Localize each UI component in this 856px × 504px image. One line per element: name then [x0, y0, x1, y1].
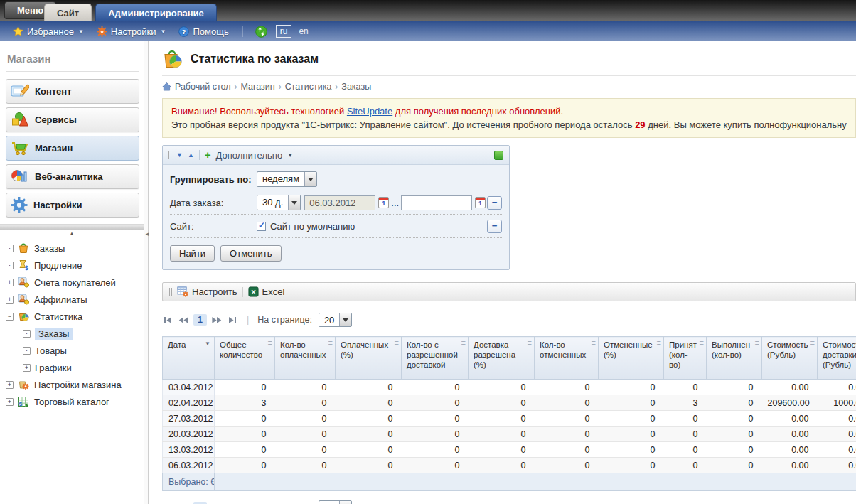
tab-administration[interactable]: Администрирование — [95, 4, 217, 21]
pager-prev-button[interactable] — [177, 316, 190, 324]
site-default-checkbox[interactable] — [257, 222, 266, 231]
value-cell: 0 — [707, 411, 762, 427]
per-page-select[interactable]: 20 — [319, 313, 352, 327]
column-header-9[interactable]: Принят (кол-во)≡ — [664, 337, 707, 380]
filter-collapse-button[interactable]: ▼ — [176, 152, 183, 159]
sidebar-section-analytics[interactable]: Веб-аналитика — [6, 164, 139, 189]
leaf-dot-icon[interactable]: · — [6, 262, 14, 269]
column-menu-icon[interactable]: ≡ — [528, 339, 532, 347]
favorites-menu[interactable]: Избранное ▼ — [9, 26, 88, 37]
collapse-arrow-icon[interactable]: ◄ — [144, 232, 150, 237]
column-header-12[interactable]: Стоимость доставки (Рубль)≡ — [818, 337, 856, 380]
breadcrumb-item[interactable]: Магазин — [240, 82, 274, 92]
sidebar-tree-item[interactable]: +Настройки магазина — [6, 376, 139, 393]
pager-first-button[interactable] — [162, 316, 173, 324]
leaf-dot-icon[interactable]: · — [6, 245, 14, 252]
per-page-select[interactable]: 20 — [319, 500, 352, 504]
expand-plus-icon[interactable]: + — [6, 398, 14, 406]
home-icon — [162, 82, 171, 91]
update-button[interactable] — [251, 26, 272, 38]
expand-plus-icon[interactable]: + — [23, 364, 31, 372]
filter-more-button[interactable]: Дополнительно — [216, 150, 283, 161]
sidebar-tree-item[interactable]: +$Торговый каталог — [6, 393, 139, 410]
find-button[interactable]: Найти — [170, 245, 215, 262]
column-header-8[interactable]: Отмененные (%)≡ — [599, 337, 664, 380]
breadcrumb-item[interactable]: Статистика — [285, 82, 332, 92]
sidebar-resizer[interactable]: ◄ — [144, 41, 149, 504]
tab-site[interactable]: Сайт — [44, 4, 92, 21]
sidebar-tree-item[interactable]: ·Заказы — [6, 240, 139, 257]
cancel-button[interactable]: Отменить — [220, 245, 281, 262]
sidebar-tree-item[interactable]: +Аффилиаты — [6, 291, 139, 308]
expand-plus-icon[interactable]: + — [6, 381, 14, 389]
sidebar-tree-item[interactable]: ·Товары — [6, 342, 139, 359]
column-menu-icon[interactable]: ≡ — [810, 339, 815, 347]
table-row[interactable]: 27.03.20120000000000.000.00 — [163, 411, 856, 427]
shop-icon — [11, 140, 29, 156]
column-menu-icon[interactable]: ≡ — [700, 339, 704, 347]
column-menu-icon[interactable]: ≡ — [657, 339, 661, 347]
column-menu-icon[interactable]: ≡ — [461, 339, 466, 347]
sidebar-collapse-bar[interactable]: ▲ — [0, 224, 144, 230]
column-header-4[interactable]: Оплаченных (%)≡ — [336, 337, 402, 380]
settings-menu[interactable]: Настройки ▼ — [92, 26, 171, 37]
sidebar-tree-item[interactable]: ·Заказы — [6, 325, 139, 342]
column-menu-icon[interactable]: ≡ — [328, 339, 333, 347]
column-header-1[interactable]: Дата▼ — [163, 337, 215, 380]
filter-expand-button[interactable]: ▲ — [188, 152, 194, 159]
column-header-10[interactable]: Выполнен (кол-во)≡ — [707, 337, 762, 380]
column-header-11[interactable]: Стоимость (Рубль)≡ — [762, 337, 818, 380]
sidebar-tree-item[interactable]: ·$Продление — [6, 257, 139, 274]
excel-export-button[interactable]: X Excel — [248, 286, 285, 297]
sidebar-tree-item[interactable]: −Статистика — [6, 308, 139, 325]
date-cell: 13.03.2012 — [163, 442, 215, 458]
table-row[interactable]: 02.04.2012300000030209600.001000.00 — [163, 395, 856, 411]
sidebar-section-settings[interactable]: Настройки — [6, 193, 139, 218]
column-menu-icon[interactable]: ≡ — [268, 339, 272, 347]
expand-plus-icon[interactable]: + — [6, 296, 14, 304]
date-preset-select[interactable]: 30 д. — [257, 195, 301, 210]
configure-button[interactable]: Настроить — [177, 286, 237, 297]
filter-state-button[interactable] — [494, 151, 503, 160]
column-header-6[interactable]: Доставка разрешена (%)≡ — [469, 337, 535, 380]
sidebar-section-shop[interactable]: Магазин — [6, 136, 139, 161]
column-menu-icon[interactable]: ≡ — [395, 339, 399, 347]
column-header-2[interactable]: Общее количество≡ — [215, 337, 275, 380]
remove-filter-row-button[interactable]: − — [487, 220, 502, 233]
table-row[interactable]: 20.03.20120000000000.000.00 — [163, 427, 856, 442]
expand-plus-icon[interactable]: + — [6, 279, 14, 286]
drag-handle-icon[interactable] — [168, 151, 171, 159]
language-ru[interactable]: ru — [276, 25, 292, 38]
breadcrumb-item[interactable]: Рабочий стол — [175, 82, 230, 92]
value-cell: 209600.00 — [762, 395, 818, 411]
siteupdate-link[interactable]: SiteUpdate — [347, 106, 392, 117]
calendar-icon[interactable] — [378, 197, 389, 208]
drag-handle-icon[interactable] — [169, 288, 172, 296]
collapse-minus-icon[interactable]: − — [6, 313, 14, 321]
date-to-input[interactable] — [401, 195, 472, 210]
leaf-dot-icon[interactable]: · — [23, 347, 31, 355]
pager-current-page[interactable]: 1 — [193, 314, 207, 326]
column-header-7[interactable]: Кол-во отмененных≡ — [535, 337, 599, 380]
remove-filter-row-button[interactable]: − — [487, 196, 502, 210]
date-from-input[interactable] — [304, 195, 375, 210]
group-by-select[interactable]: неделям — [257, 171, 317, 187]
pager-next-button[interactable] — [210, 316, 223, 324]
help-menu[interactable]: ? Помощь — [174, 26, 232, 37]
calendar-icon[interactable] — [475, 197, 486, 208]
sidebar-tree-item[interactable]: +Графики — [6, 359, 139, 376]
table-row[interactable]: 03.04.20120000000000.000.00 — [163, 380, 856, 395]
pager-last-button[interactable] — [227, 316, 238, 324]
sidebar-section-content[interactable]: Контент — [6, 79, 139, 104]
sidebar-section-services[interactable]: Сервисы — [6, 107, 139, 132]
column-menu-icon[interactable]: ≡ — [592, 339, 596, 347]
sidebar-tree-item[interactable]: +Счета покупателей — [6, 274, 139, 291]
column-menu-icon[interactable]: ≡ — [755, 339, 759, 347]
column-header-3[interactable]: Кол-во оплаченных≡ — [275, 337, 336, 380]
table-row[interactable]: 13.03.20120000000000.000.00 — [163, 442, 856, 458]
table-row[interactable]: 06.03.20120000000000.000.00 — [163, 458, 856, 473]
sort-desc-icon[interactable]: ▼ — [205, 341, 210, 347]
leaf-dot-icon[interactable]: · — [23, 330, 31, 338]
column-header-5[interactable]: Кол-во с разрешенной доставкой≡ — [402, 337, 469, 380]
language-en[interactable]: en — [296, 26, 311, 36]
